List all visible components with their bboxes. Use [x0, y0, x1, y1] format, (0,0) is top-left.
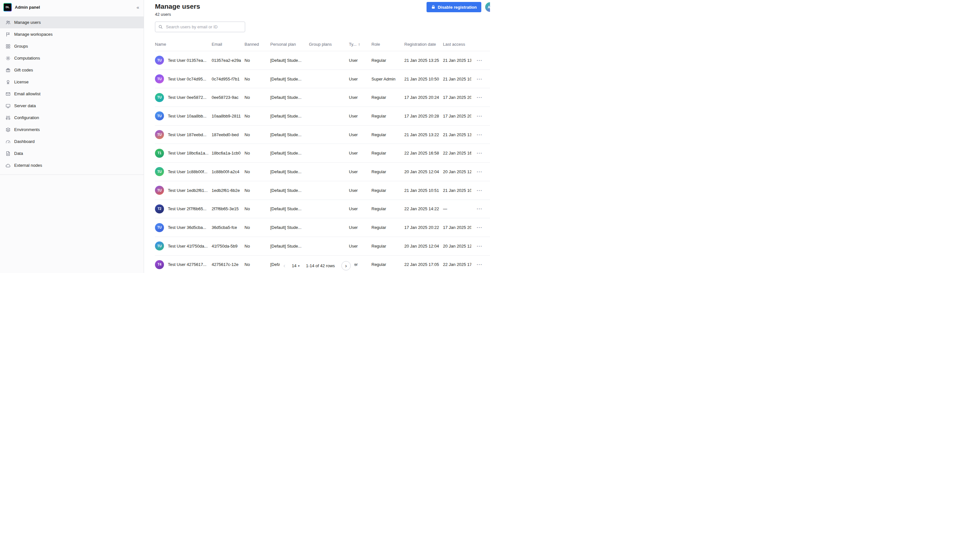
user-avatar: TU [155, 56, 164, 65]
user-banned: No [245, 132, 270, 137]
table-row[interactable]: TUTest User 01357ea...01357ea2-e29aNo[De… [155, 51, 490, 70]
user-name: Test User 1c88b00f... [168, 169, 207, 174]
user-name: Test User 187eebd... [168, 132, 207, 137]
app-root: DL Admin panel « Manage usersManage work… [0, 0, 490, 273]
sidebar-item-external-nodes[interactable]: External nodes [0, 159, 144, 171]
user-actions-cell: ⋯ [471, 243, 484, 249]
user-banned: No [245, 206, 270, 211]
previous-page-button[interactable]: ‹ [283, 262, 285, 269]
sidebar-item-label: Email allowlist [14, 91, 41, 96]
column-header-banned[interactable]: Banned [245, 42, 270, 47]
sidebar-item-email-allowlist[interactable]: Email allowlist [0, 88, 144, 100]
user-last-access: 21 Jan 2025 10 [443, 77, 471, 81]
table-row[interactable]: TUTest User 1edb2f61...1edb2f61-6b2eNo[D… [155, 181, 490, 200]
row-actions-button[interactable]: ⋯ [476, 113, 482, 119]
next-page-button[interactable]: › [341, 261, 350, 270]
user-actions-cell: ⋯ [471, 205, 484, 212]
column-header-role[interactable]: Role [371, 42, 404, 47]
user-actions-cell: ⋯ [471, 261, 484, 268]
disable-registration-button[interactable]: Disable registration [426, 2, 481, 12]
row-actions-button[interactable]: ⋯ [476, 76, 482, 83]
table-row[interactable]: TUTest User 1c88b00f...1c88b00f-a2c4No[D… [155, 162, 490, 181]
user-role: Regular [371, 206, 404, 211]
user-email: 36d5cba5-fce [212, 225, 245, 230]
row-actions-button[interactable]: ⋯ [476, 150, 482, 156]
row-actions-button[interactable]: ⋯ [476, 261, 482, 268]
column-label: Group plans [309, 42, 332, 47]
user-role: Regular [371, 169, 404, 174]
column-header-name[interactable]: Name [155, 42, 212, 47]
search-input[interactable] [165, 24, 242, 30]
lock-icon [431, 5, 436, 10]
user-avatar: TU [155, 167, 164, 176]
row-actions-button[interactable]: ⋯ [476, 94, 482, 101]
user-email: 0ee58723-9ac [212, 95, 245, 100]
user-registration-date: 17 Jan 2025 20:28 [404, 114, 443, 119]
user-actions-cell: ⋯ [471, 76, 484, 83]
user-role: Regular [371, 151, 404, 156]
table-row[interactable]: T1Test User 18bc6a1a...18bc6a1a-1cb0No[D… [155, 144, 490, 162]
sidebar-item-license[interactable]: License [0, 76, 144, 88]
user-role: Regular [371, 225, 404, 230]
row-actions-button[interactable]: ⋯ [476, 243, 482, 249]
user-registration-date: 22 Jan 2025 14:22 [404, 206, 443, 211]
workspaces-icon [5, 32, 11, 37]
table-row[interactable]: TUTest User 41f750da...41f750da-5b9No[De… [155, 236, 490, 255]
row-actions-button[interactable]: ⋯ [476, 205, 482, 212]
search-icon [158, 24, 163, 29]
chevron-right-icon: › [345, 263, 347, 269]
table-row[interactable]: TUTest User 10aa8bb...10aa8bb9-2811No[De… [155, 106, 490, 125]
user-actions-cell: ⋯ [471, 57, 484, 64]
user-banned: No [245, 151, 270, 156]
sidebar-item-gift-codes[interactable]: Gift codes [0, 64, 144, 76]
user-avatar: TU [155, 75, 164, 83]
row-actions-button[interactable]: ⋯ [476, 224, 482, 231]
user-banned: No [245, 169, 270, 174]
user-last-access: 17 Jan 2025 20 [443, 114, 471, 119]
user-banned: No [245, 188, 270, 193]
user-type: User [349, 95, 371, 100]
row-actions-button[interactable]: ⋯ [476, 131, 482, 138]
sidebar-item-configuration[interactable]: Configuration [0, 112, 144, 124]
column-header-registration-date[interactable]: Registration date [404, 42, 443, 47]
sidebar-item-dashboard[interactable]: Dashboard [0, 135, 144, 148]
table-row[interactable]: TUTest User 0c74d95...0c74d955-f7b1No[De… [155, 70, 490, 88]
table-row[interactable]: TUTest User 0ee5872...0ee58723-9acNo[Def… [155, 88, 490, 106]
table-row[interactable]: TUTest User 36d5cba...36d5cba5-fceNo[Def… [155, 218, 490, 236]
sidebar: DL Admin panel « Manage usersManage work… [0, 0, 144, 273]
column-label: Personal plan [270, 42, 296, 47]
sidebar-collapse-button[interactable]: « [137, 5, 139, 10]
sidebar-item-data[interactable]: Data [0, 148, 144, 159]
column-header-group-plans[interactable]: Group plans [309, 42, 349, 47]
sidebar-item-computations[interactable]: Computations [0, 52, 144, 64]
sidebar-item-environments[interactable]: Environments [0, 124, 144, 135]
column-label: Name [155, 42, 166, 47]
sidebar-item-label: Manage users [14, 20, 41, 25]
configuration-icon [5, 115, 11, 121]
user-actions-cell: ⋯ [471, 94, 484, 101]
row-actions-button[interactable]: ⋯ [476, 57, 482, 64]
user-registration-date: 20 Jan 2025 12:04 [404, 169, 443, 174]
sidebar-item-groups[interactable]: Groups [0, 40, 144, 52]
user-type: User [349, 244, 371, 249]
sidebar-item-manage-users[interactable]: Manage users [0, 16, 144, 29]
row-actions-button[interactable]: ⋯ [476, 168, 482, 175]
table-row[interactable]: T2Test User 2f7f6b65...2f7f6b65-3e15No[D… [155, 200, 490, 218]
column-header-email[interactable]: Email [212, 42, 245, 47]
user-name-cell: TUTest User 0c74d95... [155, 75, 212, 83]
sidebar-item-server-data[interactable]: Server data [0, 100, 144, 112]
row-actions-button[interactable]: ⋯ [476, 187, 482, 194]
current-user-avatar[interactable]: AV [485, 2, 490, 12]
table-row[interactable]: TUTest User 187eebd...187eebd0-bedNo[Def… [155, 125, 490, 144]
computations-icon [5, 56, 11, 61]
user-type: User [349, 77, 371, 81]
sidebar-item-manage-workspaces[interactable]: Manage workspaces [0, 29, 144, 40]
column-header-personal-plan[interactable]: Personal plan [270, 42, 309, 47]
page-size-select[interactable]: 14 ▾ [292, 263, 300, 268]
column-header-last-access[interactable]: Last access [443, 42, 471, 47]
user-email: 18bc6a1a-1cb0 [212, 151, 245, 156]
user-last-access: 17 Jan 2025 20 [443, 95, 471, 100]
user-name-cell: T4Test User 4275617... [155, 260, 212, 269]
column-header-ty[interactable]: Ty...↑ [349, 42, 371, 47]
user-name-cell: TUTest User 187eebd... [155, 130, 212, 139]
